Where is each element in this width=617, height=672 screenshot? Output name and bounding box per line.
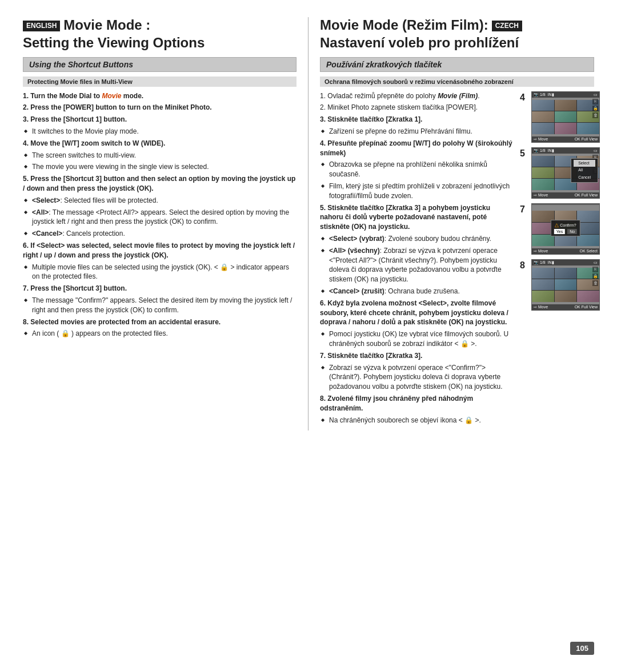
step-6-bullet1: Multiple movie files can be selected usi… (23, 263, 297, 282)
step-5-bullet2: <All>: The message <Protect All?> appear… (23, 208, 297, 227)
icon-trash-8: 🗑 (592, 280, 598, 286)
cz-step-4: 4. Přesuňte přepínač zoomu [W/T] do polo… (320, 139, 514, 158)
step-3-bullet1: It switches to the Movie play mode. (23, 127, 297, 136)
screen-4-side-icons: ⎘ 🔒 🗑 (591, 98, 599, 119)
step-2: 2. Press the [POWER] button to turn on t… (23, 103, 297, 112)
screen-block-8: 8 📷 1/8 IN▮ ▭ (520, 259, 594, 311)
czech-title-line2: Nastavení voleb pro prohlížení (320, 35, 594, 51)
icon-protect: 🔒 (592, 106, 598, 111)
english-steps: 1. Turn the Mode Dial to Movie mode. 2. … (23, 91, 297, 339)
cz-step-3: 3. Stiskněte tlačítko [Zkratka 1]. (320, 115, 514, 124)
screen-block-7: 7 (520, 203, 594, 255)
cz-step-8: 8. Zvolené filmy jsou chráněny před náho… (320, 394, 514, 413)
step-4: 4. Move the [W/T] zoom switch to W (WIDE… (23, 139, 297, 148)
screen-7-topbar (532, 204, 599, 205)
screen-image-4: 📷 1/8 IN▮ ▭ ⎘ (531, 91, 600, 143)
cz-step-7: 7. Stiskněte tlačítko [Zkratka 3]. (320, 351, 514, 361)
menu-all: All (574, 167, 595, 174)
screen-num-5: 5 (520, 148, 529, 159)
cz-step-3-b1: Zařízení se přepne do režimu Přehrávání … (320, 127, 514, 136)
screen-7-confirm: △ Confirm? Yes No (551, 220, 580, 236)
screen-5-menu: Select All Cancel (571, 158, 598, 183)
cz-step-7-b1: Zobrazí se výzva k potvrzení operace <"C… (320, 363, 514, 392)
step-5: 5. Press the [Shortcut 3] button and the… (23, 174, 297, 194)
confirm-warning-icon: △ Confirm? (554, 222, 577, 228)
page-number: 105 (570, 642, 594, 655)
czech-content-area: 1. Ovladač režimů přepněte do polohy Mov… (320, 91, 594, 428)
icon-copy: ⎘ (592, 99, 598, 104)
step-8-bullet1: An icon ( 🔒 ) appears on the protected f… (23, 329, 297, 339)
screen-8-topbar: 📷 1/8 IN▮ ▭ (532, 260, 599, 265)
cz-step-6-b1: Pomocí joysticku (OK) lze vybrat více fi… (320, 329, 514, 349)
step-8: 8. Selected movies are protected from an… (23, 317, 297, 327)
two-column-layout: ENGLISHMovie Mode : Setting the Viewing … (23, 17, 594, 430)
page: ENGLISHMovie Mode : Setting the Viewing … (0, 0, 617, 672)
screen-thumbnails: 4 📷 1/8 IN▮ ▭ (520, 91, 594, 428)
step-4-bullet2: The movie you were viewing in the single… (23, 162, 297, 172)
czech-badge: CZECH (492, 21, 522, 31)
step-5-bullet1: <Select>: Selected files will be protect… (23, 196, 297, 206)
czech-sub-header: Ochrana filmových souborů v režimu vícen… (320, 77, 594, 87)
step-4-bullet1: The screen switches to multi-view. (23, 151, 297, 160)
step-7: 7. Press the [Shortcut 3] button. (23, 284, 297, 293)
menu-cancel: Cancel (574, 174, 595, 182)
screen-num-4: 4 (520, 92, 529, 103)
czech-title-line1: Movie Mode (Režim Film):CZECH (320, 17, 594, 34)
cz-step-5: 5. Stiskněte tlačítko [Zkratka 3] a pohy… (320, 203, 514, 232)
czech-steps: 1. Ovladač režimů přepněte do polohy Mov… (320, 91, 514, 425)
cz-step-4-b2: Film, který jste si předtím prohlíželi v… (320, 182, 514, 201)
cz-step-2: 2. Miniket Photo zapnete stiskem tlačítk… (320, 103, 514, 112)
menu-select: Select (574, 160, 595, 167)
step-5-bullet3: <Cancel>: Cancels protection. (23, 229, 297, 239)
screen-image-8: 📷 1/8 IN▮ ▭ ⎘ (531, 259, 600, 311)
screen-image-5: 📷 1/8 IN▮ ▭ ⎘ (531, 147, 600, 199)
screen-5-bottombar: ⇨ MoveOK Full View (532, 192, 599, 198)
screen-8-bottombar: ⇨ MoveOK Full View (532, 304, 599, 310)
czech-column: Movie Mode (Režim Film):CZECH Nastavení … (308, 17, 594, 430)
step-1: 1. Turn the Mode Dial to Movie mode. (23, 91, 297, 101)
cz-step-4-b1: Obrazovka se přepne na prohlížení několi… (320, 160, 514, 179)
screen-num-7: 7 (520, 204, 529, 215)
cz-step-1: 1. Ovladač režimů přepněte do polohy Mov… (320, 91, 514, 101)
cz-step-5-b2: <All> (všechny): Zobrazí se výzva k potv… (320, 246, 514, 284)
screen-4-topbar: 📷 1/8 IN▮ ▭ (532, 92, 599, 98)
confirm-buttons: Yes No (554, 229, 577, 234)
step-6: 6. If <Select> was selected, select movi… (23, 241, 297, 260)
icon-protect-8: 🔒 (592, 273, 598, 279)
english-title-line1: ENGLISHMovie Mode : (23, 17, 297, 34)
cz-step-8-b1: Na chráněných souborech se objeví ikona … (320, 416, 514, 425)
cz-step-6: 6. Když byla zvolena možnost <Select>, z… (320, 299, 514, 327)
step-7-bullet1: The message "Confirm?" appears. Select t… (23, 296, 297, 315)
icon-trash: 🗑 (592, 112, 598, 118)
screen-8-side-icons: ⎘ 🔒 🗑 (591, 265, 599, 287)
english-column: ENGLISHMovie Mode : Setting the Viewing … (23, 17, 308, 430)
screen-block-4: 4 📷 1/8 IN▮ ▭ (520, 91, 594, 143)
step-3: 3. Press the [Shortcut 1] button. (23, 115, 297, 124)
english-section-header: Using the Shortcut Buttons (23, 57, 297, 72)
screen-4-bottombar: ⇨ MoveOK Full View (532, 136, 599, 142)
icon-copy-8: ⎘ (592, 267, 598, 272)
confirm-no-btn[interactable]: No (567, 229, 577, 234)
screen-5-topbar: 📷 1/8 IN▮ ▭ (532, 148, 599, 154)
screen-7-bottombar: ⇨ MoveOK Select (532, 248, 599, 254)
english-title-line2: Setting the Viewing Options (23, 35, 297, 51)
czech-steps-text: 1. Ovladač režimů přepněte do polohy Mov… (320, 91, 514, 428)
english-badge: ENGLISH (23, 21, 60, 31)
screen-num-8: 8 (520, 260, 529, 271)
confirm-yes-btn[interactable]: Yes (554, 229, 565, 234)
screen-block-5: 5 📷 1/8 IN▮ ▭ (520, 147, 594, 199)
cz-step-5-b1: <Select> (vybrat): Zvolené soubory budou… (320, 234, 514, 244)
screen-image-7: △ Confirm? Yes No ⇨ MoveOK Select (531, 203, 600, 255)
cz-step-5-b3: <Cancel> (zrušit): Ochrana bude zrušena. (320, 287, 514, 296)
czech-section-header: Používání zkratkových tlačítek (320, 57, 594, 72)
english-sub-header: Protecting Movie files in Multi-View (23, 77, 297, 87)
